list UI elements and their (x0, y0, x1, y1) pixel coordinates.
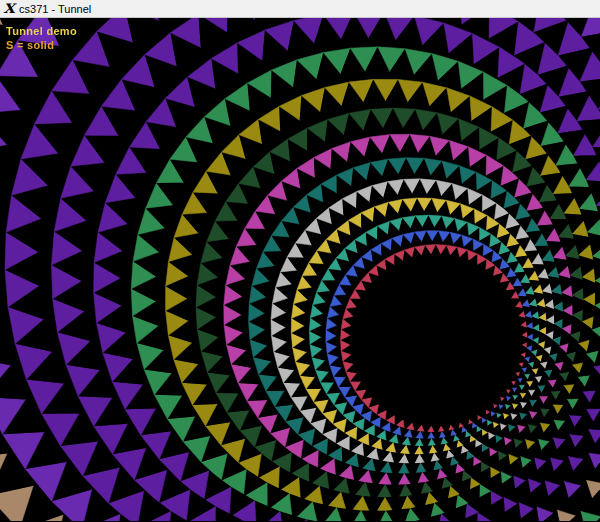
title-bar[interactable]: X cs371 - Tunnel (0, 0, 600, 18)
window-title: cs371 - Tunnel (19, 3, 91, 15)
tunnel-canvas[interactable] (0, 18, 600, 521)
gl-viewport[interactable]: Tunnel demo S = solid (0, 18, 600, 521)
x11-app-icon: X (3, 2, 15, 15)
app-window: X cs371 - Tunnel Tunnel demo S = solid (0, 0, 600, 522)
